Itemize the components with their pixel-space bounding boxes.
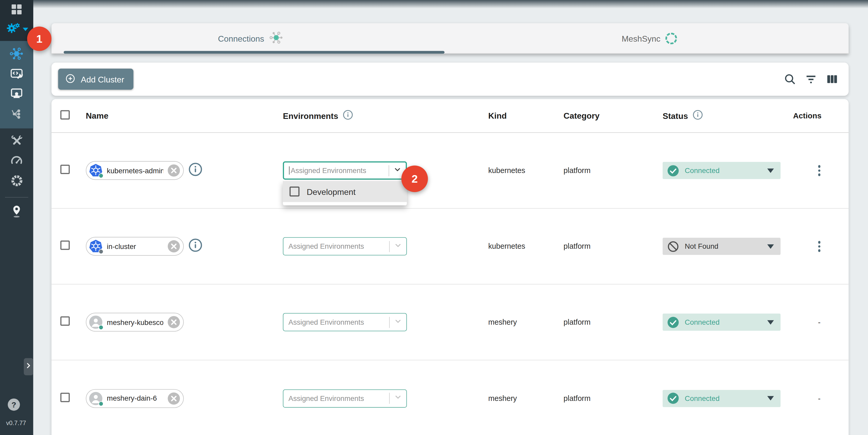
remove-connection-button[interactable] [167,164,181,177]
connection-name-chip[interactable]: in-cluster [86,237,184,256]
connection-name-chip[interactable]: kubernetes-admin... [86,161,184,180]
table-tools [783,72,839,86]
sidebar-item-flows[interactable] [0,104,33,125]
caret-down-icon [767,396,774,400]
caret-down-icon [767,244,774,248]
environments-info-icon[interactable] [343,110,353,122]
search-icon [783,79,797,87]
connection-status-dot [99,325,103,330]
status-select-connected[interactable]: Connected [663,313,781,331]
table-row: kubernetes-admin... Assigned Environment… [52,133,849,209]
search-button[interactable] [783,72,797,86]
gauge-icon [9,153,24,170]
column-header-category: Category [564,111,599,120]
sidebar-expand-button[interactable] [24,358,33,375]
status-info-icon[interactable] [692,110,703,122]
version-label: v0.7.77 [6,420,26,427]
select-divider [389,241,390,252]
status-select-connected[interactable]: Connected [663,162,781,179]
sidebar-item-console[interactable] [0,85,33,105]
kind-cell: meshery [488,318,517,326]
option-checkbox[interactable] [289,187,300,196]
check-circle-icon [667,164,679,177]
connection-name-chip[interactable]: meshery-kubescop... [86,313,184,332]
remove-connection-button[interactable] [167,240,181,253]
environments-select[interactable]: Assigned Environments [283,161,407,180]
sidebar-divider [5,197,28,197]
column-header-status: Status [663,110,703,122]
category-cell: platform [564,394,591,402]
add-cluster-button[interactable]: Add Cluster [58,69,133,90]
prohibited-icon [667,240,679,252]
meshsync-spinner-icon [665,33,677,44]
chevron-down-icon[interactable] [393,392,403,404]
environments-select[interactable]: Assigned Environments [283,389,407,407]
connection-info-button[interactable] [188,238,203,252]
chevron-down-icon[interactable] [392,164,402,177]
environments-placeholder: Assigned Environments [288,242,385,251]
category-cell: platform [564,318,591,326]
sidebar-item-configuration[interactable] [0,132,33,152]
chevron-down-icon[interactable] [393,316,403,328]
kind-cell: meshery [488,394,517,402]
column-header-name: Name [86,111,108,120]
row-checkbox[interactable] [60,165,70,174]
segmented-donut-icon [10,174,23,190]
row-checkbox[interactable] [60,240,70,250]
no-actions-placeholder: - [818,394,820,403]
remove-connection-button[interactable] [167,392,181,405]
connection-status-dot [99,249,103,254]
sidebar-item-adapters[interactable] [0,65,33,85]
kubernetes-icon [89,163,103,178]
select-divider [389,393,390,404]
environments-placeholder: Assigned Environments [288,318,385,326]
option-label: Development [307,187,356,196]
connection-name-chip[interactable]: meshery-dain-6 [86,389,184,408]
dropdown-option-development[interactable]: Development [283,181,407,202]
plus-circle-icon [65,73,76,86]
sidebar-lower-section [0,128,33,192]
row-actions-menu-button[interactable] [816,163,823,178]
tab-bar: Connections MeshSync [52,23,849,54]
category-cell: platform [564,166,591,175]
actions-toolbar: Add Cluster [52,62,849,96]
select-divider [389,165,389,176]
sidebar-item-performance[interactable] [0,152,33,172]
connection-info-button[interactable] [188,162,203,177]
meshery-avatar-icon [89,315,103,330]
environments-placeholder: Assigned Environments [291,166,366,175]
row-actions-menu-button[interactable] [816,239,823,254]
filter-button[interactable] [804,72,817,86]
sidebar-item-location[interactable] [0,203,33,222]
filter-icon [804,79,817,87]
select-all-checkbox[interactable] [60,110,70,119]
help-button[interactable]: ? [8,399,20,411]
check-circle-icon [667,316,679,328]
environments-dropdown-menu: Development [283,181,407,206]
tab-connections-label: Connections [218,34,264,43]
chevron-down-icon[interactable] [393,240,403,252]
column-header-environments: Environments [283,110,353,122]
tab-meshsync[interactable]: MeshSync [450,23,849,54]
tab-connections[interactable]: Connections [52,23,450,54]
row-checkbox[interactable] [60,392,70,402]
status-select-connected[interactable]: Connected [663,390,781,407]
environments-select[interactable]: Assigned Environments [283,313,407,331]
select-divider [389,317,390,328]
sidebar-item-connections[interactable] [0,45,33,65]
status-select-not-found[interactable]: Not Found [663,238,781,255]
environments-select[interactable]: Assigned Environments [283,237,407,255]
connection-name-label: in-cluster [107,242,163,251]
kind-cell: kubernetes [488,166,525,175]
table-header-row: Name Environments Kind Category Status A… [52,99,849,133]
screen-person-icon [9,86,24,103]
view-columns-button[interactable] [825,72,839,86]
sidebar-item-dashboard[interactable] [0,1,33,20]
remove-connection-button[interactable] [167,316,181,329]
table-row: meshery-kubescop... Assigned Environment… [52,285,849,360]
dashboard-grid-icon [10,3,23,19]
connections-mesh-icon [9,46,24,63]
sidebar-item-extensions[interactable] [0,172,33,192]
row-checkbox[interactable] [60,316,70,326]
status-label: Connected [685,166,762,175]
